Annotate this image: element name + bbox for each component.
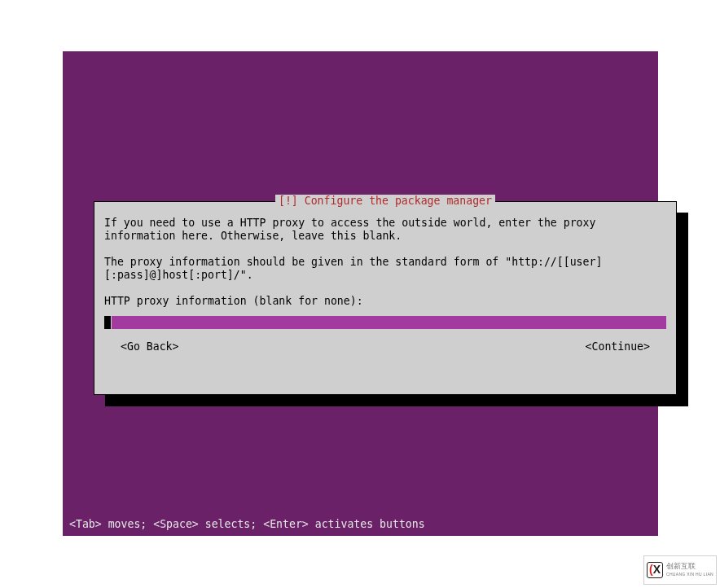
text-cursor xyxy=(104,316,111,329)
keyboard-hint-bar: <Tab> moves; <Space> selects; <Enter> ac… xyxy=(69,518,425,531)
watermark-brand-cn: 创新互联 xyxy=(666,562,713,570)
proxy-input-row[interactable] xyxy=(104,316,666,329)
dialog-button-row: <Go Back> <Continue> xyxy=(104,340,666,353)
spacer xyxy=(104,243,666,256)
spacer xyxy=(104,282,666,295)
watermark-text: 创新互联 CHUANG XIN HU LIAN xyxy=(666,562,713,578)
proxy-input[interactable] xyxy=(112,316,666,329)
package-manager-dialog: [!] Configure the package manager If you… xyxy=(94,201,677,395)
dialog-title-row: [!] Configure the package manager xyxy=(94,195,676,208)
proxy-prompt-label: HTTP proxy information (blank for none): xyxy=(104,295,666,308)
continue-button[interactable]: <Continue> xyxy=(586,340,650,353)
dialog-paragraph-1: If you need to use a HTTP proxy to acces… xyxy=(104,217,666,243)
dialog-title: [!] Configure the package manager xyxy=(275,195,495,208)
watermark-brand-py: CHUANG XIN HU LIAN xyxy=(666,570,713,578)
dialog-paragraph-2: The proxy information should be given in… xyxy=(104,256,666,282)
watermark-logo: (X 创新互联 CHUANG XIN HU LIAN xyxy=(643,555,717,585)
watermark-icon: (X xyxy=(647,562,663,578)
installer-terminal: [!] Configure the package manager If you… xyxy=(63,51,658,536)
go-back-button[interactable]: <Go Back> xyxy=(121,340,178,353)
